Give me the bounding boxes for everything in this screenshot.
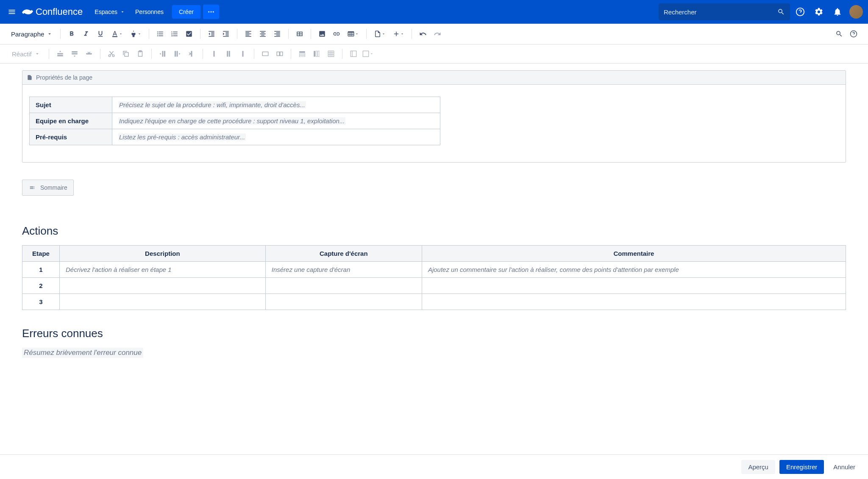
svg-rect-21 [213,51,214,57]
table-button[interactable] [344,27,362,41]
nav-spaces[interactable]: Espaces [89,5,130,19]
merge-cells-button [259,47,272,61]
paste-col-button [236,47,250,61]
svg-rect-6 [57,53,63,55]
align-left-button[interactable] [242,27,255,41]
redo-button[interactable] [431,27,444,41]
more-button[interactable] [203,5,219,19]
step-cell[interactable]: 3 [22,294,60,310]
doc-icon [27,74,33,81]
table-toolbar: Réactif [0,44,868,64]
col-header[interactable]: Description [60,246,266,262]
text-color-button[interactable] [108,27,126,41]
help-icon[interactable] [792,3,809,20]
no-heading-button [324,47,338,61]
svg-point-1 [210,11,211,13]
split-cells-button [273,47,287,61]
svg-point-2 [213,11,214,13]
table-row: 1 Décrivez l'action à réaliser en étape … [22,262,846,278]
prop-label[interactable]: Pré-requis [30,129,112,145]
svg-rect-4 [112,36,117,37]
user-avatar[interactable] [849,5,863,19]
align-right-button[interactable] [270,27,284,41]
table-row: 2 [22,278,846,294]
undo-button[interactable] [416,27,430,41]
nav-people[interactable]: Personnes [130,5,169,19]
task-list-button[interactable] [182,27,196,41]
create-button[interactable]: Créer [172,5,200,19]
copy-button [119,47,133,61]
svg-rect-20 [191,51,192,57]
svg-rect-18 [175,51,176,57]
layout-button[interactable] [293,27,306,41]
svg-rect-27 [280,52,282,56]
properties-table[interactable]: Sujet Précisez le sujet de la procédure … [29,97,440,145]
link-button[interactable] [330,27,343,41]
toc-icon [28,185,36,191]
editor-help-button[interactable] [847,27,860,41]
page-properties-macro[interactable]: Propriétés de la page Sujet Précisez le … [22,70,846,163]
search-icon [777,8,785,16]
align-center-button[interactable] [256,27,270,41]
placeholder-text: Insérez une capture d'écran [272,266,350,273]
placeholder-text: Ajoutez un commentaire sur l'action à ré… [428,266,679,273]
table-row: 3 [22,294,846,310]
page-properties-label: Propriétés de la page [36,74,92,81]
col-header[interactable]: Etape [22,246,60,262]
svg-rect-24 [242,51,243,57]
indent-button[interactable] [219,27,233,41]
svg-rect-32 [316,51,317,57]
placeholder-text: Listez les pré-requis : accès administra… [118,133,246,141]
bullet-list-button[interactable] [153,27,167,41]
table-row: Sujet Précisez le sujet de la procédure … [30,97,440,113]
placeholder-text: Décrivez l'action à réaliser en étape 1 [66,266,172,273]
image-button[interactable] [315,27,329,41]
svg-rect-41 [363,51,369,57]
placeholder-text: Indiquez l'équipe en charge de cette pro… [118,117,345,125]
find-replace-button[interactable] [832,27,846,41]
editor-toolbar: Paragraphe [0,24,868,44]
bold-button[interactable] [65,27,78,41]
step-cell[interactable]: 1 [22,262,60,278]
actions-table[interactable]: Etape Description Capture d'écran Commen… [22,245,846,310]
attachment-button[interactable] [371,27,389,41]
highlight-button[interactable] [127,27,145,41]
confluence-logo[interactable]: Confluence [22,6,83,17]
search-box[interactable] [659,3,790,20]
col-header[interactable]: Commentaire [422,246,846,262]
settings-icon[interactable] [810,3,827,20]
underline-button[interactable] [94,27,107,41]
prop-label[interactable]: Sujet [30,97,112,113]
delete-row-button [82,47,96,61]
insert-button[interactable] [389,27,407,41]
italic-button[interactable] [79,27,93,41]
svg-rect-33 [318,51,319,57]
svg-rect-26 [277,52,279,56]
copy-col-button [222,47,235,61]
placeholder-text: Précisez le sujet de la procédure : wifi… [118,101,306,108]
insert-col-before-button [156,47,170,61]
insert-col-after-button [170,47,184,61]
editor-content[interactable]: Propriétés de la page Sujet Précisez le … [0,64,868,400]
step-cell[interactable]: 2 [22,278,60,294]
toc-macro[interactable]: Sommaire [22,180,74,196]
errors-heading[interactable]: Erreurs connues [22,327,846,340]
error-summary-placeholder[interactable]: Résumez brièvement l'erreur connue [22,348,143,358]
format-selector[interactable]: Paragraphe [8,28,56,40]
svg-rect-25 [262,52,268,56]
table-row: Equipe en charge Indiquez l'équipe en ch… [30,113,440,129]
svg-rect-22 [227,51,228,57]
outdent-button[interactable] [205,27,218,41]
svg-rect-16 [162,51,163,57]
numbering-col-button [347,47,360,61]
col-header[interactable]: Capture d'écran [265,246,422,262]
chevron-down-icon [120,9,125,14]
svg-rect-19 [176,51,178,57]
search-input[interactable] [664,8,777,16]
app-switcher-icon[interactable] [5,5,19,19]
notifications-icon[interactable] [829,3,846,20]
actions-heading[interactable]: Actions [22,224,846,238]
more-horizontal-icon [207,8,215,16]
prop-label[interactable]: Equipe en charge [30,113,112,129]
numbered-list-button[interactable] [168,27,181,41]
